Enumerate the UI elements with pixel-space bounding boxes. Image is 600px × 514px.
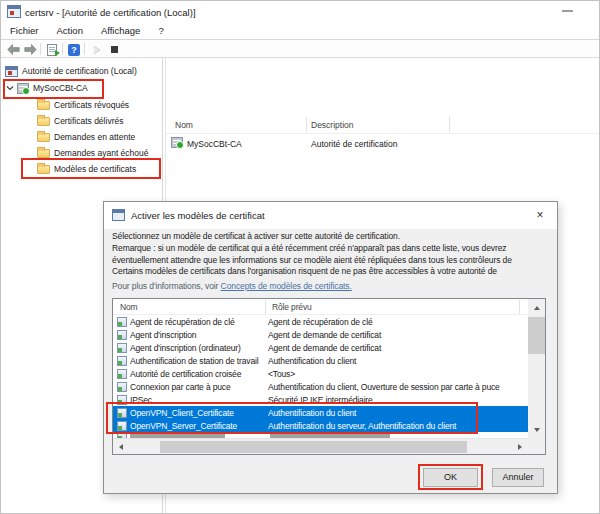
ok-button[interactable]: OK: [423, 468, 478, 487]
back-icon[interactable]: [5, 42, 21, 57]
tree-item-ca[interactable]: MySocCBt-CA: [5, 80, 88, 96]
vertical-scrollbar[interactable]: [528, 299, 545, 438]
horizontal-scroll-thumb[interactable]: [160, 441, 467, 453]
tree-item-modeles-de-certificats[interactable]: Modèles de certificats: [37, 161, 136, 177]
tree-root-item[interactable]: Autorité de certification (Local): [5, 63, 137, 79]
scroll-up-icon[interactable]: [528, 299, 545, 316]
ca-list-row[interactable]: MySocCBt-CA Autorité de certification: [166, 136, 599, 151]
template-name: IPSec: [130, 395, 268, 405]
template-role: Authentification du serveur, Authentific…: [268, 421, 528, 431]
intro-line: Sélectionnez un modèle de certificat à a…: [112, 231, 553, 243]
certsrv-window: certsrv - [Autorité de certification (Lo…: [0, 0, 600, 514]
chevron-down-icon[interactable]: [5, 84, 14, 93]
cancel-button[interactable]: Annuler: [492, 468, 544, 487]
result-list-header: Nom Description: [166, 115, 599, 134]
tree-item-label: Demandes en attente: [54, 132, 135, 142]
ca-row-name: MySocCBt-CA: [187, 139, 242, 149]
folder-icon: [37, 165, 50, 174]
template-role: Agent de demande de certificat: [268, 330, 528, 340]
horizontal-scrollbar[interactable]: [113, 438, 528, 454]
tree-ca-label: MySocCBt-CA: [33, 83, 88, 93]
minimize-icon[interactable]: [562, 10, 573, 12]
template-row[interactable]: IPSec Sécurité IP IKE intermédiaire: [113, 393, 528, 406]
certification-authority-icon: [5, 66, 18, 77]
certificate-template-icon: [117, 369, 127, 379]
intro-line: Remarque : si un modèle de certificat qu…: [112, 243, 553, 255]
template-row[interactable]: Authentification de station de travail A…: [113, 354, 528, 367]
certificate-template-icon: [117, 382, 127, 392]
menu-action[interactable]: Action: [48, 23, 92, 39]
activer-modeles-dialog: Activer les modèles de certificat × Séle…: [103, 201, 558, 494]
certificate-template-icon: [117, 330, 127, 340]
ca-server-icon: [171, 137, 183, 148]
certificate-template-icon: [117, 343, 127, 353]
template-row-selected[interactable]: OpenVPN_Server_Certificate Authentificat…: [113, 419, 528, 432]
forward-icon[interactable]: [22, 42, 38, 57]
dialog-icon: [112, 209, 125, 221]
column-divider[interactable]: [306, 117, 307, 132]
certificate-template-icon: [117, 395, 127, 405]
template-name: Agent de récupération de clé: [130, 317, 268, 327]
dialog-intro-text: Sélectionnez un modèle de certificat à a…: [112, 231, 553, 292]
template-role: Authentification du client: [268, 356, 528, 366]
certificate-template-icon: [117, 421, 127, 431]
intro-line: Certains modèles de certificats dans l'o…: [112, 266, 553, 278]
dialog-title-bar: Activer les modèles de certificat ×: [104, 202, 557, 229]
scroll-left-icon[interactable]: [113, 440, 129, 454]
stop-service-icon[interactable]: [106, 42, 122, 57]
tree-item-demandes-ayant-echoue[interactable]: Demandes ayant échoué: [37, 145, 149, 161]
tree-item-certificats-delivres[interactable]: Certificats délivrés: [37, 113, 123, 129]
concepts-link[interactable]: Concepts de modèles de certificats.: [221, 281, 352, 291]
export-list-icon[interactable]: [44, 42, 60, 57]
template-name: Autorité de certification croisée: [130, 369, 268, 379]
menu-affichage[interactable]: Affichage: [92, 23, 149, 39]
column-divider[interactable]: [449, 117, 450, 132]
folder-icon: [37, 101, 50, 110]
column-header-description[interactable]: Description: [311, 120, 354, 130]
window-title: certsrv - [Autorité de certification (Lo…: [25, 7, 196, 18]
template-row-selected[interactable]: OpenVPN_Client_Certificate Authentificat…: [113, 406, 528, 419]
template-name: Connexion par carte à puce: [130, 382, 268, 392]
template-row[interactable]: Autorité de certification croisée <Tous>: [113, 367, 528, 380]
column-divider[interactable]: [519, 300, 520, 314]
start-service-icon[interactable]: [89, 42, 105, 57]
template-row[interactable]: Agent d'inscription (ordinateur) Agent d…: [113, 341, 528, 354]
template-list-header: Nom Rôle prévu: [113, 299, 545, 315]
template-row[interactable]: Agent de récupération de clé Agent de ré…: [113, 315, 528, 328]
template-name: Agent d'inscription (ordinateur): [130, 343, 268, 353]
link-prefix: Pour plus d'informations, voir: [112, 281, 221, 291]
template-name: Authentification de station de travail: [130, 356, 268, 366]
tree-item-label: Modèles de certificats: [54, 164, 136, 174]
ca-row-description: Autorité de certification: [311, 139, 397, 149]
tree-item-demandes-en-attente[interactable]: Demandes en attente: [37, 129, 135, 145]
column-header-role[interactable]: Rôle prévu: [272, 302, 312, 312]
column-divider[interactable]: [265, 300, 266, 314]
template-row[interactable]: Connexion par carte à puce Authentificat…: [113, 380, 528, 393]
template-role: Authentification du client: [268, 408, 528, 418]
column-header-nom[interactable]: Nom: [175, 120, 193, 130]
menu-bar: FichierActionAffichage?: [1, 23, 599, 40]
tree-item-label: Certificats révoqués: [54, 100, 129, 110]
close-icon[interactable]: ×: [529, 206, 551, 225]
scroll-right-icon[interactable]: [512, 440, 528, 454]
menu-help[interactable]: ?: [149, 23, 172, 39]
menu-fichier[interactable]: Fichier: [1, 23, 48, 39]
scrollbar-corner: [528, 438, 545, 454]
toolbar-separator: [62, 43, 63, 55]
column-header-nom[interactable]: Nom: [120, 302, 138, 312]
more-info-line: Pour plus d'informations, voir Concepts …: [112, 280, 553, 292]
vertical-scroll-thumb[interactable]: [528, 317, 545, 354]
tree-item-label: Demandes ayant échoué: [54, 148, 149, 158]
template-role: <Tous>: [268, 369, 528, 379]
certificate-template-icon: [117, 408, 127, 418]
template-row[interactable]: Agent d'inscription Agent de demande de …: [113, 328, 528, 341]
toolbar: ?: [1, 41, 599, 58]
intro-line: éventuellement attendre que les informat…: [112, 255, 553, 267]
tree-item-label: Certificats délivrés: [54, 116, 123, 126]
scroll-down-icon[interactable]: [528, 421, 545, 438]
help-icon[interactable]: ?: [66, 42, 82, 57]
tree-item-certificats-revoques[interactable]: Certificats révoqués: [37, 97, 129, 113]
toolbar-separator: [40, 43, 41, 55]
template-role: Authentification du client, Ouverture de…: [268, 382, 528, 392]
template-list: Nom Rôle prévu Agent de récupération de …: [112, 298, 546, 455]
